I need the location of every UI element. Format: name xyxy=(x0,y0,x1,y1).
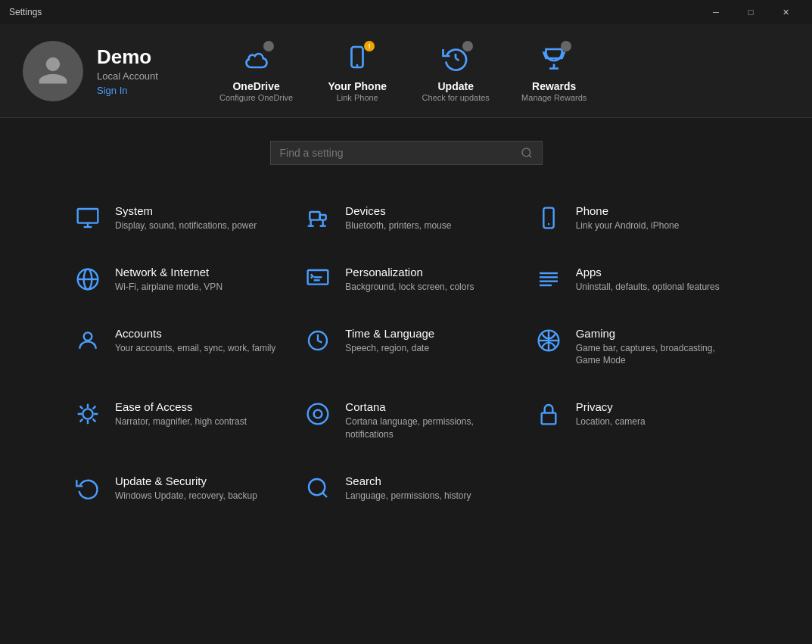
time-icon xyxy=(304,328,331,353)
update-label: Update xyxy=(437,80,473,92)
rewards-label: Rewards xyxy=(532,80,576,92)
setting-apps[interactable]: Apps Uninstall, defaults, optional featu… xyxy=(521,249,751,310)
profile-section: Demo Local Account Sign In xyxy=(23,41,189,101)
shortcut-rewards[interactable]: Rewards Manage Rewards xyxy=(520,39,588,102)
devices-name: Devices xyxy=(345,204,451,217)
svg-point-33 xyxy=(314,410,322,418)
header: Demo Local Account Sign In OneDrive Conf… xyxy=(0,24,812,118)
accounts-icon xyxy=(74,328,101,353)
network-icon xyxy=(74,267,101,291)
sign-in-link[interactable]: Sign In xyxy=(97,85,158,96)
search-box xyxy=(270,141,543,165)
titlebar: Settings ─ □ ✕ xyxy=(0,0,812,24)
maximize-button[interactable]: □ xyxy=(733,0,768,24)
user-icon xyxy=(36,54,70,88)
update-security-icon xyxy=(74,476,101,500)
accounts-desc: Your accounts, email, sync, work, family xyxy=(115,342,275,355)
system-icon xyxy=(74,206,101,230)
search-name: Search xyxy=(345,474,471,487)
close-button[interactable]: ✕ xyxy=(768,0,803,24)
privacy-text: Privacy Location, camera xyxy=(576,400,646,428)
setting-privacy[interactable]: Privacy Location, camera xyxy=(521,384,751,458)
phone-desc: Link your Android, iPhone xyxy=(576,219,680,232)
network-desc: Wi-Fi, airplane mode, VPN xyxy=(115,281,222,294)
svg-rect-15 xyxy=(543,208,553,229)
phone-name: Phone xyxy=(576,204,680,217)
accounts-text: Accounts Your accounts, email, sync, wor… xyxy=(115,327,275,355)
privacy-name: Privacy xyxy=(576,400,646,413)
rewards-icon-wrap xyxy=(535,39,573,77)
setting-phone[interactable]: Phone Link your Android, iPhone xyxy=(521,188,751,249)
app-title: Settings xyxy=(9,7,42,17)
rewards-badge xyxy=(561,41,571,51)
avatar xyxy=(23,41,83,101)
search-setting-icon xyxy=(304,476,331,500)
system-text: System Display, sound, notifications, po… xyxy=(115,204,257,232)
phone-badge: ! xyxy=(364,41,375,51)
time-name: Time & Language xyxy=(345,327,434,340)
personalization-desc: Background, lock screen, colors xyxy=(345,281,474,294)
setting-update-security[interactable]: Update & Security Windows Update, recove… xyxy=(61,458,291,519)
ease-icon xyxy=(74,402,101,426)
network-name: Network & Internet xyxy=(115,266,222,278)
settings-grid: System Display, sound, notifications, po… xyxy=(0,180,812,527)
setting-accounts[interactable]: Accounts Your accounts, email, sync, wor… xyxy=(61,310,291,384)
devices-desc: Bluetooth, printers, mouse xyxy=(345,219,451,232)
onedrive-sublabel: Configure OneDrive xyxy=(219,93,293,102)
svg-point-27 xyxy=(84,332,92,341)
onedrive-label: OneDrive xyxy=(232,80,279,92)
update-icon-wrap xyxy=(437,39,474,77)
shortcut-onedrive[interactable]: OneDrive Configure OneDrive xyxy=(219,39,293,102)
cortana-name: Cortana xyxy=(345,400,507,413)
cortana-icon xyxy=(304,402,331,426)
setting-time[interactable]: Time & Language Speech, region, date xyxy=(291,310,521,384)
setting-system[interactable]: System Display, sound, notifications, po… xyxy=(61,188,291,249)
gaming-name: Gaming xyxy=(576,327,738,340)
devices-icon xyxy=(304,206,331,230)
ease-name: Ease of Access xyxy=(115,400,247,413)
phone-label: Your Phone xyxy=(328,80,387,92)
svg-line-5 xyxy=(529,155,531,157)
search-input[interactable] xyxy=(280,147,515,159)
update-security-text: Update & Security Windows Update, recove… xyxy=(115,474,257,502)
svg-point-35 xyxy=(309,479,325,495)
phone-text: Phone Link your Android, iPhone xyxy=(576,204,680,232)
apps-text: Apps Uninstall, defaults, optional featu… xyxy=(576,266,720,294)
svg-point-31 xyxy=(82,409,92,419)
phone-setting-icon xyxy=(535,206,562,230)
profile-info: Demo Local Account Sign In xyxy=(97,45,158,96)
window-controls: ─ □ ✕ xyxy=(698,0,803,24)
search-section xyxy=(0,118,812,180)
svg-rect-34 xyxy=(541,413,555,425)
setting-personalization[interactable]: Personalization Background, lock screen,… xyxy=(291,249,521,310)
personalization-name: Personalization xyxy=(345,266,474,278)
setting-ease[interactable]: Ease of Access Narrator, magnifier, high… xyxy=(61,384,291,458)
shortcut-phone[interactable]: ! Your Phone Link Phone xyxy=(323,39,391,102)
setting-gaming[interactable]: Gaming Game bar, captures, broadcasting,… xyxy=(521,310,751,384)
svg-rect-10 xyxy=(320,215,326,220)
gaming-desc: Game bar, captures, broadcasting, Game M… xyxy=(576,342,738,368)
time-text: Time & Language Speech, region, date xyxy=(345,327,434,355)
update-badge xyxy=(462,41,473,51)
svg-point-32 xyxy=(308,404,328,425)
svg-rect-6 xyxy=(78,209,98,223)
minimize-button[interactable]: ─ xyxy=(698,0,733,24)
apps-name: Apps xyxy=(576,266,720,278)
phone-icon-wrap: ! xyxy=(338,39,376,77)
setting-devices[interactable]: Devices Bluetooth, printers, mouse xyxy=(291,188,521,249)
setting-search[interactable]: Search Language, permissions, history xyxy=(291,458,521,519)
apps-icon xyxy=(535,267,562,291)
svg-line-36 xyxy=(323,493,328,497)
setting-cortana[interactable]: Cortana Cortana language, permissions, n… xyxy=(291,384,521,458)
network-text: Network & Internet Wi-Fi, airplane mode,… xyxy=(115,266,222,294)
update-sublabel: Check for updates xyxy=(422,93,490,102)
time-desc: Speech, region, date xyxy=(345,342,434,355)
cortana-text: Cortana Cortana language, permissions, n… xyxy=(345,400,507,441)
accounts-name: Accounts xyxy=(115,327,275,340)
apps-desc: Uninstall, defaults, optional features xyxy=(576,281,720,294)
rewards-sublabel: Manage Rewards xyxy=(521,93,586,102)
shortcut-update[interactable]: Update Check for updates xyxy=(422,39,490,102)
system-desc: Display, sound, notifications, power xyxy=(115,219,257,232)
setting-network[interactable]: Network & Internet Wi-Fi, airplane mode,… xyxy=(61,249,291,310)
update-security-desc: Windows Update, recovery, backup xyxy=(115,490,257,502)
